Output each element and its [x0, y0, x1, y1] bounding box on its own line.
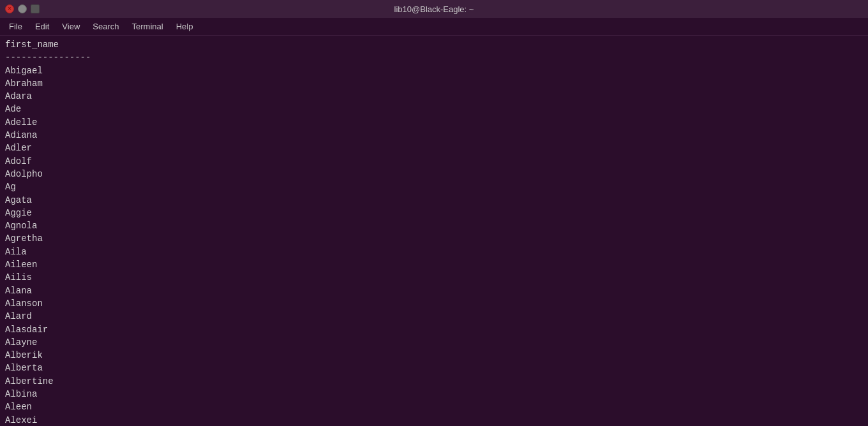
table-row: Aileen [5, 258, 863, 271]
table-row: Aleen [5, 400, 863, 413]
close-button[interactable]: ✕ [5, 4, 14, 13]
table-row: Ade [5, 103, 863, 115]
separator-line: ---------------- [5, 51, 863, 64]
table-row: Albertine [5, 375, 863, 388]
menu-edit[interactable]: Edit [29, 19, 56, 34]
table-row: Aggie [5, 207, 863, 219]
table-row: Ailis [5, 271, 863, 284]
menu-help[interactable]: Help [170, 19, 200, 34]
table-row: Adolf [5, 155, 863, 168]
table-row: Adiana [5, 129, 863, 142]
table-row: Adelle [5, 116, 863, 129]
menu-file[interactable]: File [3, 19, 29, 34]
table-row: Alayne [5, 336, 863, 349]
column-header: first_name [5, 38, 863, 51]
table-row: Alasdair [5, 323, 863, 336]
table-row: Adolpho [5, 168, 863, 180]
table-row: Abraham [5, 77, 863, 90]
minimize-button[interactable] [18, 4, 27, 13]
window-controls: ✕ [5, 4, 40, 13]
menu-terminal[interactable]: Terminal [126, 19, 170, 34]
table-row: Agnola [5, 219, 863, 232]
table-row: Alberik [5, 349, 863, 362]
table-row: Aila [5, 246, 863, 258]
table-row: Alard [5, 310, 863, 323]
table-row: Alberta [5, 362, 863, 374]
table-row: Alanson [5, 297, 863, 310]
table-row: Adler [5, 142, 863, 154]
terminal-content: first_name ---------------- AbigaelAbrah… [0, 36, 868, 426]
title-bar: ✕ lib10@Black-Eagle: ~ [0, 0, 868, 18]
menu-bar: File Edit View Search Terminal Help [0, 18, 868, 36]
table-row: Abigael [5, 64, 863, 77]
menu-view[interactable]: View [56, 19, 86, 34]
table-row: Adara [5, 90, 863, 103]
table-row: Agretha [5, 232, 863, 245]
table-row: Agata [5, 194, 863, 207]
window-title: lib10@Black-Eagle: ~ [394, 4, 474, 14]
table-row: Albina [5, 388, 863, 400]
table-row: Alexei [5, 414, 863, 426]
maximize-button[interactable] [31, 4, 40, 13]
table-row: Alana [5, 284, 863, 297]
menu-search[interactable]: Search [86, 19, 125, 34]
table-row: Ag [5, 180, 863, 193]
